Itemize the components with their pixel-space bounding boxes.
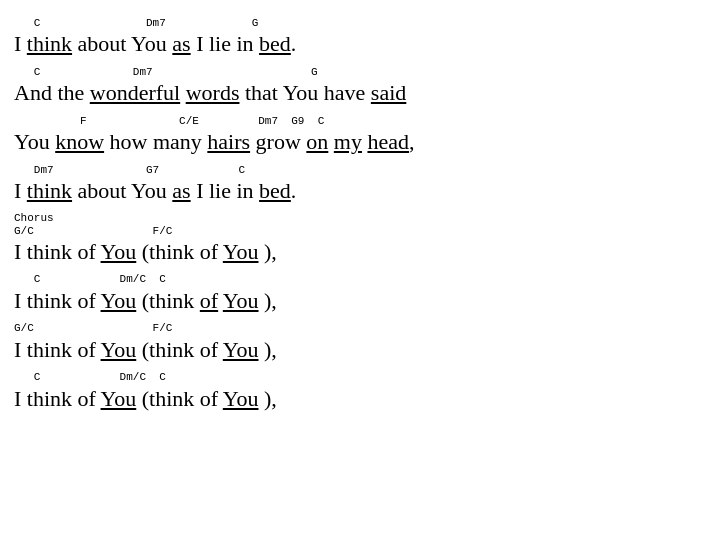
verse-block-verse1: C Dm7 GI think about You as I lie in bed… bbox=[14, 16, 706, 59]
chorus-block-chorus3: G/C F/CI think of You (think of You ), bbox=[14, 321, 706, 364]
lyric-line-verse2: And the wonderful words that You have sa… bbox=[14, 79, 706, 108]
lyric-line-verse4: I think about You as I lie in bed. bbox=[14, 177, 706, 206]
lyric-line-chorus1: I think of You (think of You ), bbox=[14, 238, 706, 267]
lyric-line-chorus3: I think of You (think of You ), bbox=[14, 336, 706, 365]
lyric-line-verse1: I think about You as I lie in bed. bbox=[14, 30, 706, 59]
chord-line-chorus3: G/C F/C bbox=[14, 321, 706, 335]
chorus-block-chorus4: C Dm/C CI think of You (think of You ), bbox=[14, 370, 706, 413]
chord-line-verse1: C Dm7 G bbox=[14, 16, 706, 30]
chord-line-chorus2: C Dm/C C bbox=[14, 272, 706, 286]
lyric-line-chorus4: I think of You (think of You ), bbox=[14, 385, 706, 414]
chord-line-verse3: F C/E Dm7 G9 C bbox=[14, 114, 706, 128]
lyric-line-chorus2: I think of You (think of You ), bbox=[14, 287, 706, 316]
chorus-block-chorus2: C Dm/C CI think of You (think of You ), bbox=[14, 272, 706, 315]
verses-section: C Dm7 GI think about You as I lie in bed… bbox=[14, 16, 706, 206]
chorus-label: Chorus bbox=[14, 212, 706, 224]
verse-block-verse4: Dm7 G7 CI think about You as I lie in be… bbox=[14, 163, 706, 206]
chord-line-verse4: Dm7 G7 C bbox=[14, 163, 706, 177]
verse-block-verse2: C Dm7 GAnd the wonderful words that You … bbox=[14, 65, 706, 108]
chord-line-verse2: C Dm7 G bbox=[14, 65, 706, 79]
chorus-block-chorus1: G/C F/CI think of You (think of You ), bbox=[14, 224, 706, 267]
chord-line-chorus1: G/C F/C bbox=[14, 224, 706, 238]
verse-block-verse3: F C/E Dm7 G9 CYou know how many hairs gr… bbox=[14, 114, 706, 157]
chord-line-chorus4: C Dm/C C bbox=[14, 370, 706, 384]
chorus-section: ChorusG/C F/CI think of You (think of Yo… bbox=[14, 212, 706, 414]
lyric-line-verse3: You know how many hairs grow on my head, bbox=[14, 128, 706, 157]
